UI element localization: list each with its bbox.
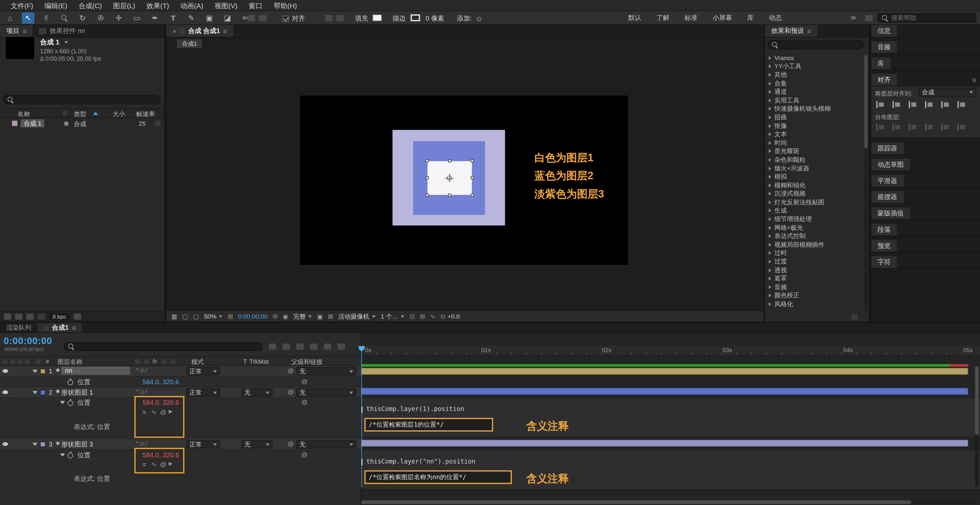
zoom-tool-icon[interactable] — [58, 13, 70, 24]
column-trkmat[interactable]: TrkMat — [249, 358, 269, 365]
home-icon[interactable]: ⌂ — [3, 13, 16, 24]
current-time-display[interactable]: 0:00:00:00 — [3, 335, 52, 346]
effect-category-item[interactable]: 杂色和颗粒 — [765, 156, 864, 164]
region-of-interest-icon[interactable]: ▣ — [317, 313, 323, 320]
scrollbar-thumb[interactable] — [361, 500, 912, 504]
pixel-aspect-icon[interactable]: ⊡ — [410, 313, 415, 320]
effect-category-item[interactable]: 细节增强处理 — [765, 215, 864, 224]
chevron-right-icon[interactable] — [768, 167, 771, 170]
color-depth-button[interactable]: 8 bpc — [49, 313, 70, 321]
effect-category-item[interactable]: 时间 — [765, 139, 864, 147]
column-mode[interactable]: 模式 — [191, 358, 204, 367]
dock-panel-header[interactable]: 字符 — [871, 256, 980, 268]
tab-project[interactable]: 项目 ≡ — [0, 25, 33, 37]
hand-tool-icon[interactable]: ✌ — [40, 13, 52, 24]
layer3-label-swatch[interactable] — [40, 441, 45, 447]
align-panel-header[interactable]: 对齐 ≡ — [871, 74, 980, 86]
tab-effects-presets[interactable]: 效果和预设 ≡ — [765, 25, 818, 37]
mask-mode-icon[interactable] — [336, 15, 344, 21]
column-type[interactable]: 类型 — [74, 110, 86, 119]
layer-name[interactable]: 形状图层 1 — [61, 389, 93, 397]
snap-checkbox-icon[interactable] — [283, 16, 289, 22]
menu-item[interactable]: 图层(L) — [108, 0, 141, 11]
chevron-right-icon[interactable] — [768, 183, 771, 187]
interpret-footage-icon[interactable] — [3, 313, 11, 319]
menu-item[interactable]: 合成(C) — [73, 0, 108, 11]
selection-handle[interactable] — [426, 176, 429, 179]
chevron-right-icon[interactable] — [768, 268, 771, 272]
viewer-current-time[interactable]: 0:00:00:00 — [238, 313, 267, 320]
parent-dropdown[interactable]: 无 — [296, 389, 356, 397]
effect-category-item[interactable]: 实用工具 — [765, 96, 864, 105]
effect-category-item[interactable]: 扭曲 — [765, 113, 864, 122]
dock-panel-header[interactable]: 动态草图 — [871, 159, 980, 171]
selection-handle[interactable] — [448, 194, 452, 197]
blend-mode-dropdown[interactable]: 正常 — [186, 440, 220, 448]
selection-tool-icon[interactable]: ↖ — [22, 13, 34, 24]
label-column-icon[interactable] — [36, 359, 40, 364]
menu-item[interactable]: 效果(T) — [141, 0, 175, 11]
frame-blending-icon[interactable] — [310, 343, 318, 349]
chevron-right-icon[interactable] — [768, 73, 771, 77]
distribute-top-icon[interactable] — [876, 124, 886, 130]
tab-render-queue[interactable]: 渲染队列 — [0, 323, 38, 332]
layer-row-1[interactable]: 1 ★ nn * ◇ ∕ 正常 @ 无 — [0, 366, 361, 377]
comp-name[interactable]: 合成 1 — [40, 38, 59, 47]
expression-comment-box[interactable]: /*位置检索图层1的位置*/ — [364, 418, 493, 432]
grid-guides-icon[interactable]: ⊞ — [228, 313, 233, 320]
distribute-vcenter-icon[interactable] — [892, 124, 902, 130]
dock-panel-header[interactable]: 预览 — [871, 240, 980, 252]
dock-panel-header[interactable]: 平滑器 — [871, 175, 980, 187]
property-label[interactable]: 位置 — [78, 378, 91, 387]
column-framerate[interactable]: 帧速率 — [136, 110, 155, 119]
axis-mode-icon[interactable] — [248, 15, 255, 21]
anchor-point-icon[interactable] — [445, 174, 454, 183]
tab-effect-controls[interactable]: 效果控件 nn — [33, 27, 91, 35]
quality-column-icon[interactable] — [144, 359, 149, 364]
fill-color-swatch[interactable] — [372, 14, 382, 21]
chevron-right-icon[interactable] — [768, 251, 771, 255]
scrollbar-thumb[interactable] — [864, 55, 868, 149]
panel-menu-icon[interactable]: ≡ — [22, 27, 27, 35]
layer-name[interactable]: 形状图层 3 — [61, 440, 93, 449]
expression-comment-box[interactable]: /*位置检索图层名称为nn的位置*/ — [364, 470, 512, 484]
chevron-right-icon[interactable] — [768, 133, 771, 136]
effect-category-item[interactable]: 颜色校正 — [765, 292, 864, 300]
effect-category-item[interactable]: 文本 — [765, 130, 864, 139]
chevron-right-icon[interactable] — [768, 56, 771, 60]
take-snapshot-icon[interactable]: ✇ — [272, 313, 278, 320]
chevron-right-icon[interactable] — [768, 192, 771, 195]
close-icon[interactable]: × — [172, 27, 177, 35]
chevron-right-icon[interactable] — [768, 107, 771, 111]
layer-name[interactable]: nn — [61, 367, 130, 375]
chevron-right-icon[interactable] — [768, 158, 771, 162]
camera-tool-icon[interactable]: ✇ — [94, 13, 107, 24]
clone-stamp-tool-icon[interactable]: ▣ — [203, 13, 216, 24]
chevron-right-icon[interactable] — [768, 175, 771, 179]
chevron-right-icon[interactable] — [768, 116, 771, 119]
expression-property-label[interactable]: 表达式: 位置 — [74, 475, 110, 483]
sort-ascending-icon[interactable] — [93, 112, 98, 115]
new-folder-icon[interactable] — [15, 313, 22, 319]
column-t[interactable]: T — [243, 358, 247, 365]
twirl-open-icon[interactable] — [60, 401, 65, 404]
panel-menu-icon[interactable]: ≡ — [72, 324, 76, 331]
dock-panel-header[interactable]: 跟踪器 — [871, 142, 980, 155]
layer2-label-swatch[interactable] — [40, 390, 45, 395]
chevron-right-icon[interactable] — [768, 98, 771, 102]
workspace-item[interactable]: 默认 — [628, 14, 641, 22]
effect-category-item[interactable]: 透视 — [765, 266, 864, 275]
eye-icon[interactable] — [3, 442, 8, 446]
chevron-right-icon[interactable] — [768, 243, 771, 246]
effect-category-item[interactable]: 烟火+示波器 — [765, 164, 864, 173]
selection-handle[interactable] — [471, 176, 474, 179]
eraser-tool-icon[interactable]: ◪ — [221, 13, 234, 24]
align-hcenter-icon[interactable] — [892, 101, 902, 108]
align-to-dropdown[interactable]: 合成 — [919, 88, 977, 97]
lock-column-icon[interactable] — [25, 359, 30, 364]
monitor-2-icon[interactable]: ▢ — [193, 313, 199, 320]
workspace-item[interactable]: 了解 — [656, 14, 669, 22]
effects-scrollbar[interactable] — [864, 55, 868, 311]
selection-handle[interactable] — [471, 194, 474, 197]
dock-panel-header[interactable]: 音频 — [871, 41, 980, 54]
